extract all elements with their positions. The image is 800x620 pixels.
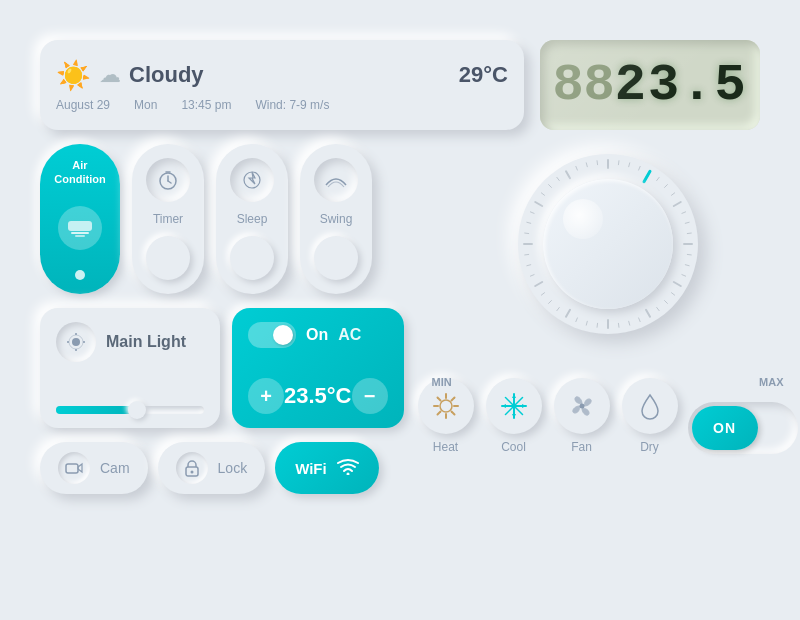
svg-line-75	[437, 412, 440, 415]
swing-toggle[interactable]: Swing	[300, 144, 372, 294]
on-toggle-group: ON	[688, 402, 798, 454]
cool-label: Cool	[501, 440, 526, 454]
svg-marker-82	[512, 414, 516, 418]
svg-line-64	[575, 166, 577, 170]
cloud-icon: ☁	[99, 62, 121, 88]
on-toggle[interactable]: ON	[688, 402, 798, 454]
digital-dim-prefix: 88	[552, 56, 614, 115]
fan-label: Fan	[571, 440, 592, 454]
svg-line-36	[671, 293, 674, 295]
svg-line-24	[656, 177, 658, 180]
weather-top: ☀️ ☁ Cloudy 29°C	[56, 59, 508, 92]
svg-line-35	[673, 282, 680, 286]
svg-line-60	[541, 193, 544, 195]
lock-button[interactable]: Lock	[158, 442, 266, 494]
ac-plus-button[interactable]: +	[248, 378, 284, 414]
light-ac-row: Main Light On AC	[40, 308, 404, 428]
ac-toggle-knob	[273, 325, 293, 345]
weather-day: Mon	[134, 98, 157, 112]
svg-line-46	[575, 318, 577, 322]
ac-card-bottom: + 23.5°C −	[248, 378, 388, 414]
weather-card: ☀️ ☁ Cloudy 29°C August 29 Mon 13:45 pm …	[40, 40, 524, 130]
left-column: AirCondition	[40, 144, 404, 494]
main-container: ☀️ ☁ Cloudy 29°C August 29 Mon 13:45 pm …	[20, 20, 780, 600]
sleep-toggle[interactable]: Sleep	[216, 144, 288, 294]
svg-point-9	[72, 338, 80, 346]
light-title: Main Light	[106, 333, 186, 351]
ac-temperature: 23.5°C	[284, 383, 352, 409]
swing-knob[interactable]	[314, 236, 358, 280]
svg-line-41	[628, 321, 629, 325]
heat-mode-group: Heat	[418, 378, 474, 454]
knob-outer[interactable]	[518, 154, 698, 334]
light-slider[interactable]	[56, 406, 204, 414]
digital-display: 88 23.5	[540, 40, 760, 130]
svg-line-56	[524, 233, 528, 234]
svg-line-37	[664, 301, 667, 304]
light-icon	[56, 322, 96, 362]
svg-line-25	[664, 185, 667, 188]
timer-knob[interactable]	[146, 236, 190, 280]
light-slider-thumb[interactable]	[128, 401, 146, 419]
weather-subtitle: August 29 Mon 13:45 pm Wind: 7-9 m/s	[56, 98, 508, 112]
svg-line-38	[656, 307, 658, 310]
mode-buttons: Heat	[418, 378, 678, 454]
wifi-label: WiFi	[295, 460, 327, 477]
svg-marker-81	[512, 394, 516, 398]
heat-label: Heat	[433, 440, 458, 454]
svg-line-26	[671, 193, 674, 195]
svg-marker-84	[522, 404, 526, 408]
light-card: Main Light	[40, 308, 220, 428]
svg-line-63	[566, 171, 570, 178]
ac-card-top: On AC	[248, 322, 388, 348]
svg-line-49	[548, 301, 551, 304]
svg-line-51	[535, 282, 542, 286]
light-top: Main Light	[56, 322, 204, 362]
ac-condition-toggle[interactable]: AirCondition	[40, 144, 120, 294]
weather-date: August 29	[56, 98, 110, 112]
ac-dot	[75, 270, 85, 280]
wifi-button[interactable]: WiFi	[275, 442, 379, 494]
svg-line-39	[646, 310, 650, 317]
svg-point-18	[346, 472, 349, 475]
svg-line-30	[687, 233, 691, 234]
knob-min-label: MIN	[432, 376, 452, 388]
cool-mode-group: Cool	[486, 378, 542, 454]
mode-on-row: Heat	[418, 378, 798, 454]
svg-line-21	[628, 163, 629, 167]
weather-time: 13:45 pm	[181, 98, 231, 112]
wifi-icon	[337, 457, 359, 480]
svg-line-40	[638, 318, 640, 322]
bottom-buttons: Cam Lock WiFi	[40, 442, 404, 494]
svg-rect-15	[66, 464, 78, 473]
svg-line-50	[541, 293, 544, 295]
ac-on-toggle[interactable]	[248, 322, 296, 348]
knob-container: MIN MAX	[418, 144, 798, 364]
swing-label: Swing	[320, 212, 353, 226]
svg-line-27	[673, 202, 680, 206]
ac-minus-button[interactable]: −	[352, 378, 388, 414]
cam-label: Cam	[100, 460, 130, 476]
svg-line-59	[535, 202, 542, 206]
svg-line-53	[526, 265, 530, 266]
dry-label: Dry	[640, 440, 659, 454]
knob-inner	[543, 179, 673, 309]
svg-line-33	[685, 265, 689, 266]
svg-line-44	[597, 323, 598, 327]
svg-line-65	[586, 163, 587, 167]
svg-marker-83	[502, 404, 506, 408]
svg-line-45	[586, 321, 587, 325]
timer-toggle[interactable]: Timer	[132, 144, 204, 294]
weather-temperature: 29°C	[459, 62, 508, 88]
svg-line-67	[644, 171, 650, 181]
ac-label: AC	[338, 326, 361, 344]
mid-row: AirCondition	[40, 144, 760, 494]
sleep-knob[interactable]	[230, 236, 274, 280]
top-row: ☀️ ☁ Cloudy 29°C August 29 Mon 13:45 pm …	[40, 40, 760, 130]
on-label: ON	[713, 420, 736, 436]
svg-line-32	[687, 254, 691, 255]
dry-mode-group: Dry	[622, 378, 678, 454]
svg-point-17	[190, 471, 193, 474]
svg-line-22	[638, 166, 640, 170]
cam-button[interactable]: Cam	[40, 442, 148, 494]
